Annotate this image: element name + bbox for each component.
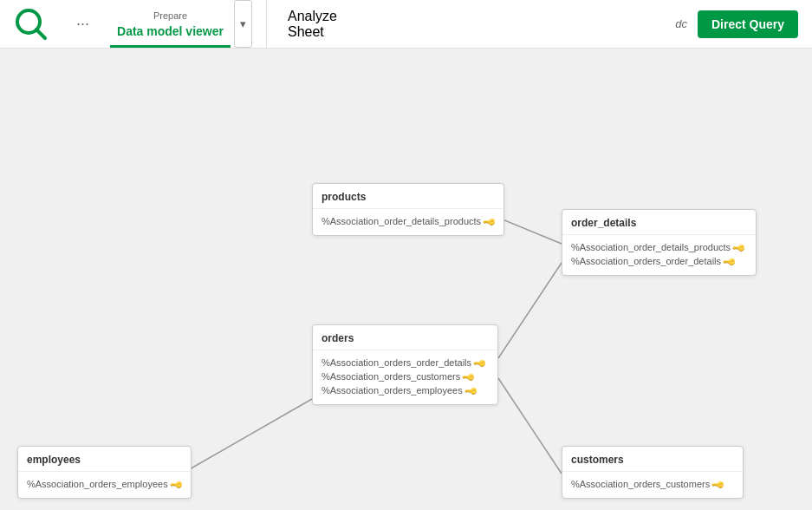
table-order-details-title: order_details	[562, 210, 756, 235]
field-row: %Association_orders_customers 🔑	[571, 477, 734, 491]
key-icon: 🔑	[732, 240, 746, 254]
field-name: %Association_orders_order_details	[571, 256, 721, 266]
nav-prepare-section: Prepare Data model viewer ▾	[110, 0, 267, 48]
svg-line-2	[498, 218, 562, 244]
field-row: %Association_orders_employees 🔑	[322, 383, 489, 397]
field-name: %Association_orders_employees	[322, 385, 463, 396]
field-row: %Association_orders_customers 🔑	[322, 369, 489, 383]
field-name: %Association_order_details_products	[322, 216, 481, 226]
table-products-fields: %Association_order_details_products 🔑	[313, 209, 503, 235]
key-icon: 🔑	[483, 214, 497, 228]
prepare-label: Prepare	[153, 10, 187, 21]
table-orders-title: orders	[313, 325, 497, 350]
svg-line-1	[36, 29, 45, 38]
field-name: %Association_orders_customers	[571, 479, 710, 489]
field-name: %Association_order_details_products	[571, 242, 731, 252]
table-customers[interactable]: customers %Association_orders_customers …	[562, 446, 744, 499]
svg-line-4	[182, 399, 312, 474]
sheet-label: Sheet	[288, 24, 337, 40]
analyze-label: Analyze	[288, 9, 337, 24]
key-icon: 🔑	[711, 477, 725, 491]
data-model-viewer-label: Data model viewer	[117, 24, 224, 38]
key-icon: 🔑	[170, 477, 184, 491]
field-row: %Association_orders_order_details 🔑	[571, 254, 747, 268]
table-products[interactable]: products %Association_order_details_prod…	[312, 183, 504, 236]
nav-analyze[interactable]: Analyze Sheet	[281, 9, 344, 40]
qlik-logo	[14, 7, 49, 42]
table-customers-title: customers	[562, 447, 743, 472]
nav-prepare[interactable]: Prepare Data model viewer	[110, 0, 231, 48]
table-order-details-fields: %Association_order_details_products 🔑 %A…	[562, 235, 756, 275]
table-employees-title: employees	[18, 447, 191, 472]
key-icon: 🔑	[462, 369, 476, 383]
connections-svg	[0, 49, 812, 510]
table-orders[interactable]: orders %Association_orders_order_details…	[312, 324, 498, 405]
field-row: %Association_orders_order_details 🔑	[322, 356, 489, 369]
table-employees[interactable]: employees %Association_orders_employees …	[17, 446, 192, 499]
nav-prepare-dropdown[interactable]: ▾	[234, 0, 252, 48]
field-name: %Association_orders_employees	[27, 479, 168, 489]
table-employees-fields: %Association_orders_employees 🔑	[18, 472, 191, 498]
field-row: %Association_order_details_products 🔑	[322, 214, 495, 228]
svg-line-5	[498, 378, 562, 474]
table-customers-fields: %Association_orders_customers 🔑	[562, 472, 743, 498]
key-icon: 🔑	[723, 254, 737, 268]
data-model-canvas: products %Association_order_details_prod…	[0, 49, 812, 510]
field-name: %Association_orders_customers	[322, 371, 460, 382]
direct-query-button[interactable]: Direct Query	[698, 10, 798, 38]
table-orders-fields: %Association_orders_order_details 🔑 %Ass…	[313, 350, 497, 404]
table-order-details[interactable]: order_details %Association_order_details…	[562, 209, 757, 276]
field-row: %Association_orders_employees 🔑	[27, 477, 182, 491]
more-icon: ···	[76, 15, 89, 32]
field-name: %Association_orders_order_details	[322, 357, 471, 368]
app-header: ··· Prepare Data model viewer ▾ Analyze …	[0, 0, 812, 49]
key-icon: 🔑	[464, 383, 478, 397]
field-row: %Association_order_details_products 🔑	[571, 240, 747, 254]
key-icon: 🔑	[473, 356, 487, 369]
table-products-title: products	[313, 184, 503, 209]
header-right: dc Direct Query	[675, 10, 798, 38]
dc-label: dc	[675, 17, 687, 30]
svg-line-3	[498, 263, 562, 358]
more-options-button[interactable]: ···	[69, 11, 96, 36]
